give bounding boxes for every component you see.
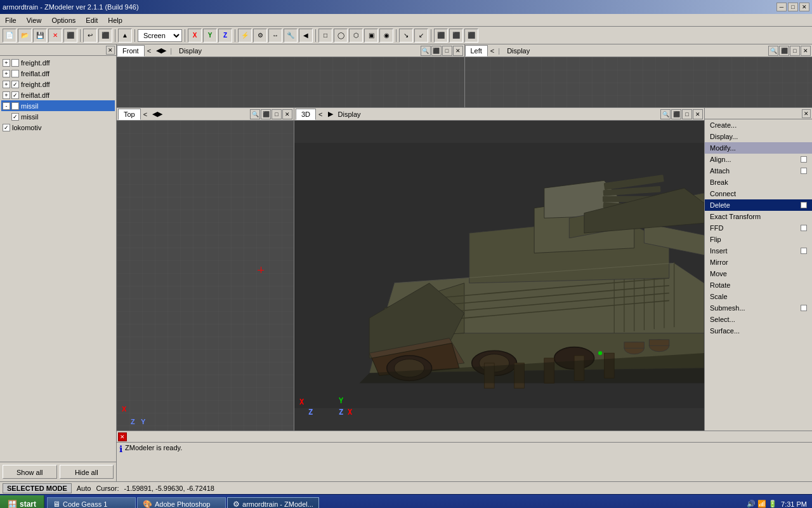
toolbar-new[interactable]: 📄 bbox=[3, 29, 16, 43]
left-close-btn[interactable]: ✕ bbox=[801, 46, 811, 56]
front-nav-left[interactable]: < bbox=[145, 46, 154, 56]
check-freight2[interactable] bbox=[11, 81, 19, 88]
toolbar-save[interactable]: 💾 bbox=[33, 29, 47, 43]
menu-help[interactable]: Help bbox=[105, 15, 125, 25]
toolbar-c2[interactable]: ◯ bbox=[334, 29, 348, 43]
front-tab[interactable]: Front bbox=[117, 45, 145, 57]
toolbar-z[interactable]: Z bbox=[218, 29, 232, 43]
delete-checkbox[interactable] bbox=[801, 202, 807, 208]
maximize-button[interactable]: □ bbox=[788, 3, 798, 11]
check-missil2[interactable] bbox=[11, 113, 19, 121]
toolbar-e2[interactable]: ⬛ bbox=[449, 29, 463, 43]
toolbar-delete[interactable]: ✕ bbox=[48, 29, 62, 43]
toolbar-e1[interactable]: ⬛ bbox=[434, 29, 448, 43]
submesh-checkbox[interactable] bbox=[801, 305, 807, 311]
left-panel-close[interactable]: ✕ bbox=[106, 46, 115, 55]
expand-freiflat1[interactable]: + bbox=[3, 70, 10, 77]
toolbar-c5[interactable]: ◉ bbox=[379, 29, 393, 43]
menu-options[interactable]: Options bbox=[49, 15, 78, 25]
toolbar-e3[interactable]: ⬛ bbox=[464, 29, 478, 43]
top-zoom-btn[interactable]: 🔍 bbox=[250, 109, 260, 119]
align-checkbox[interactable] bbox=[801, 156, 807, 163]
front-viewport[interactable]: Front < ◀▶ | Display 🔍 ⬛ □ ✕ bbox=[117, 44, 465, 107]
left-frame-btn[interactable]: ⬛ bbox=[779, 46, 789, 56]
tree-item-missil1[interactable]: - missil bbox=[1, 100, 115, 111]
right-mirror[interactable]: Mirror bbox=[705, 257, 812, 268]
right-delete[interactable]: Delete bbox=[705, 199, 812, 211]
display-tab-front[interactable]: Display bbox=[173, 45, 207, 57]
check-lokomotiv[interactable] bbox=[3, 124, 10, 131]
tree-item-lokomotiv[interactable]: lokomotiv bbox=[1, 122, 115, 133]
top-nav[interactable]: < bbox=[141, 109, 150, 119]
front-max-btn[interactable]: □ bbox=[442, 46, 452, 56]
toolbar-c3[interactable]: ⬡ bbox=[349, 29, 363, 43]
toolbar-c4[interactable]: ▣ bbox=[364, 29, 378, 43]
toolbar-y[interactable]: Y bbox=[203, 29, 217, 43]
right-create[interactable]: Create... bbox=[705, 119, 812, 131]
top-max-btn[interactable]: □ bbox=[272, 109, 282, 119]
ffd-checkbox[interactable] bbox=[801, 225, 807, 231]
right-panel-close[interactable]: ✕ bbox=[802, 109, 811, 118]
toolbar-c1[interactable]: □ bbox=[318, 29, 332, 43]
log-close-btn[interactable]: ✕ bbox=[118, 432, 127, 441]
right-exact-transform[interactable]: Exact Transform bbox=[705, 211, 812, 222]
3d-frame-btn[interactable]: ⬛ bbox=[671, 109, 681, 119]
check-freiflat2[interactable] bbox=[11, 91, 19, 99]
taskbar-item-photoshop[interactable]: 🎨 Adobe Photoshop bbox=[137, 497, 226, 509]
expand-freiflat2[interactable]: + bbox=[3, 91, 10, 99]
3d-max-btn[interactable]: □ bbox=[682, 109, 692, 119]
right-connect[interactable]: Connect bbox=[705, 188, 812, 199]
tree-item-freiflat1[interactable]: + freiflat.dff bbox=[1, 68, 115, 79]
toolbar-undo[interactable]: ↩ bbox=[83, 29, 97, 43]
toolbar-x[interactable]: X bbox=[188, 29, 202, 43]
taskbar-item-zmodeler[interactable]: ⚙ armordtrain - ZModel... bbox=[227, 497, 319, 509]
expand-freight2[interactable]: + bbox=[3, 81, 10, 88]
menu-edit[interactable]: Edit bbox=[83, 15, 100, 25]
right-break[interactable]: Break bbox=[705, 177, 812, 188]
toolbar-open[interactable]: 📂 bbox=[18, 29, 32, 43]
left-viewport[interactable]: Left < | Display 🔍 ⬛ □ ✕ bbox=[465, 44, 813, 107]
top-viewport[interactable]: Top < ◀▶ 🔍 ⬛ □ ✕ bbox=[117, 108, 294, 431]
left-tab[interactable]: Left bbox=[465, 45, 488, 57]
attach-checkbox[interactable] bbox=[801, 168, 807, 174]
front-close-btn[interactable]: ✕ bbox=[453, 46, 463, 56]
menu-view[interactable]: View bbox=[24, 15, 44, 25]
right-rotate[interactable]: Rotate bbox=[705, 279, 812, 291]
tree-item-freight1[interactable]: + freight.dff bbox=[1, 57, 115, 68]
tree-item-freight2[interactable]: + freight.dff bbox=[1, 79, 115, 90]
taskbar-item-codegeass[interactable]: 🖥 Code Geass 1 bbox=[47, 497, 136, 509]
right-move[interactable]: Move bbox=[705, 268, 812, 279]
screen-dropdown[interactable]: Screen bbox=[138, 29, 182, 42]
3d-close-btn[interactable]: ✕ bbox=[693, 109, 703, 119]
toolbar-tool1[interactable]: ⬛ bbox=[63, 29, 77, 43]
front-nav-right[interactable]: ◀▶ bbox=[154, 45, 169, 56]
minimize-button[interactable]: ─ bbox=[776, 3, 787, 11]
left-zoom-btn[interactable]: 🔍 bbox=[768, 46, 778, 56]
tree-item-missil2[interactable]: missil bbox=[1, 111, 115, 122]
toolbar-b3[interactable]: ↔ bbox=[268, 29, 282, 43]
top-tab[interactable]: Top bbox=[118, 109, 141, 120]
right-scale[interactable]: Scale bbox=[705, 291, 812, 302]
close-button[interactable]: ✕ bbox=[799, 3, 809, 11]
right-ffd[interactable]: FFD bbox=[705, 222, 812, 234]
left-max-btn[interactable]: □ bbox=[790, 46, 800, 56]
3d-display-nav[interactable]: ▶ bbox=[325, 109, 336, 119]
toolbar-b4[interactable]: 🔧 bbox=[284, 29, 298, 43]
right-select[interactable]: Select... bbox=[705, 314, 812, 325]
hide-all-button[interactable]: Hide all bbox=[60, 465, 114, 479]
menu-file[interactable]: File bbox=[3, 15, 19, 25]
3d-nav[interactable]: < bbox=[316, 109, 325, 119]
top-frame-btn[interactable]: ⬛ bbox=[261, 109, 271, 119]
show-all-button[interactable]: Show all bbox=[3, 465, 57, 479]
check-missil1[interactable] bbox=[11, 102, 19, 110]
toolbar-d1[interactable]: ↘ bbox=[399, 29, 413, 43]
insert-checkbox[interactable] bbox=[801, 248, 807, 254]
toolbar-d2[interactable]: ↙ bbox=[414, 29, 428, 43]
right-surface[interactable]: Surface... bbox=[705, 325, 812, 337]
expand-freight1[interactable]: + bbox=[3, 59, 10, 67]
expand-missil1[interactable]: - bbox=[3, 102, 10, 110]
3d-tab[interactable]: 3D bbox=[296, 109, 316, 120]
right-align[interactable]: Align... bbox=[705, 154, 812, 165]
top-close-btn[interactable]: ✕ bbox=[282, 109, 292, 119]
check-freight1[interactable] bbox=[11, 59, 19, 67]
